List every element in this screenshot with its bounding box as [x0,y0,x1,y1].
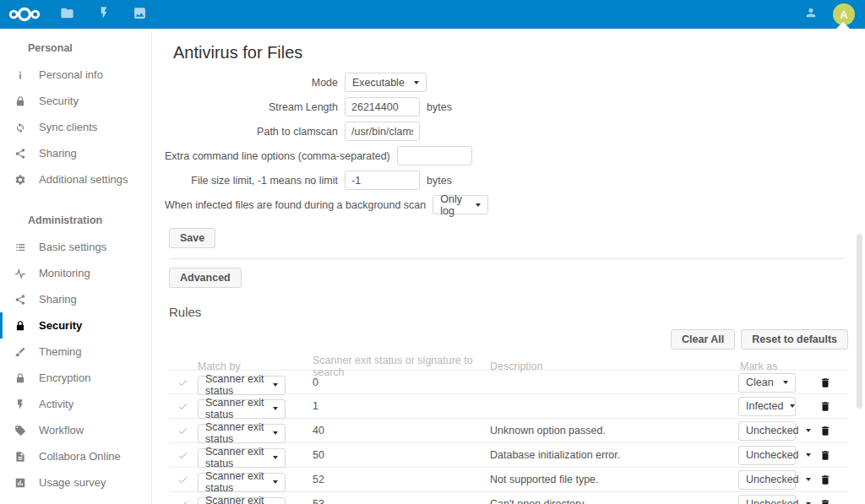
rule-description: Can't open directory. [485,498,732,504]
clamscan-path-label: Path to clamscan [165,126,345,138]
sidebar-item-activity[interactable]: Activity [0,391,151,417]
stream-length-input[interactable] [345,97,420,117]
match-by-select[interactable]: Scanner exit status [198,497,286,504]
sidebar-item-usage-survey[interactable]: Usage survey [0,469,151,496]
lock-icon [14,319,27,333]
sidebar-nav: Personal Personal info Security Sync cli… [0,29,152,504]
mark-as-select[interactable]: Infected [738,397,796,416]
sidebar-item-additional-settings[interactable]: Additional settings [0,166,151,192]
save-button[interactable]: Save [169,228,215,248]
col-mark-as: Mark as [732,360,802,372]
share-icon [14,293,27,306]
sidebar-item-workflow[interactable]: Workflow [0,417,151,443]
scrollbar[interactable] [857,234,862,409]
rule-enabled-check-icon[interactable] [169,450,196,461]
delete-rule-button[interactable] [802,498,848,504]
chevron-down-icon [273,480,278,484]
lock-icon [14,95,27,108]
rule-enabled-check-icon[interactable] [169,499,196,504]
trash-icon [819,400,831,413]
nextcloud-logo-icon[interactable] [0,5,49,24]
rule-status-value: 53 [307,498,485,504]
list-icon [14,241,27,254]
tag-icon [14,424,27,437]
delete-rule-button[interactable] [802,400,848,413]
sidebar-item-security[interactable]: Security [0,312,151,339]
gallery-app-button[interactable] [122,0,158,29]
mark-as-select[interactable]: Clean [738,373,796,393]
sidebar-item-monitoring[interactable]: Monitoring [0,260,151,286]
rule-status-value: 40 [307,425,485,436]
sidebar-item-logging[interactable]: Logging [0,496,151,504]
chevron-down-icon [273,407,278,410]
chevron-down-icon [790,404,795,408]
contacts-menu-button[interactable] [794,0,828,29]
delete-rule-button[interactable] [802,474,848,486]
match-by-select[interactable]: Scanner exit status [198,448,286,468]
lock-icon [14,371,27,385]
files-app-button[interactable] [49,0,85,29]
rule-status-value: 52 [307,474,485,485]
mark-as-select[interactable]: Unchecked [738,495,796,504]
extra-options-label: Extra command line options (comma-separa… [165,150,397,162]
rule-status-value: 50 [307,449,485,461]
sidebar-item-basic-settings[interactable]: Basic settings [0,234,151,260]
mode-select[interactable]: Executable [345,73,427,92]
rule-status-value: 1 [307,400,485,412]
rules-table: Match by Scanner exit status or signatur… [169,355,848,504]
main-content: Antivirus for Files Mode Executable Stre… [152,29,865,504]
trash-icon [819,498,831,504]
chevron-down-icon [273,456,278,459]
settings-menu-caret [836,22,850,29]
table-row: Scanner exit status 0 Clean [169,370,848,394]
mark-as-select[interactable]: Unchecked [738,470,796,490]
stream-length-unit: bytes [427,101,452,113]
chevron-down-icon [273,383,278,387]
rule-status-value: 0 [307,377,485,388]
rule-enabled-check-icon[interactable] [169,425,196,436]
match-by-select[interactable]: Scanner exit status [198,473,286,492]
sidebar-item-personal-info[interactable]: Personal info [0,62,151,88]
delete-rule-button[interactable] [802,377,848,389]
sidebar-item-collabora-online[interactable]: Collabora Online [0,443,151,469]
clamscan-path-input[interactable] [345,122,420,141]
page-title: Antivirus for Files [173,42,848,62]
sidebar-item-sharing[interactable]: Sharing [0,140,151,166]
chevron-down-icon [273,431,278,435]
chevron-down-icon [414,81,419,84]
rule-description: Database initialization error. [485,449,732,461]
share-icon [14,147,27,160]
match-by-select[interactable]: Scanner exit status [198,376,286,395]
advanced-button[interactable]: Advanced [169,268,242,288]
lightning-icon [97,6,111,23]
mark-as-select[interactable]: Unchecked [738,446,796,465]
rule-enabled-check-icon[interactable] [169,474,196,485]
sidebar-item-sharing[interactable]: Sharing [0,286,151,312]
delete-rule-button[interactable] [802,425,848,437]
trash-icon [819,449,831,462]
section-divider [169,258,844,259]
match-by-select[interactable]: Scanner exit status [198,424,286,443]
contacts-icon [804,6,818,23]
mark-as-select[interactable]: Unchecked [738,421,796,441]
reset-defaults-button[interactable]: Reset to defaults [741,329,848,350]
col-description: Description [485,360,732,372]
extra-options-input[interactable] [397,146,472,165]
rule-enabled-check-icon[interactable] [169,401,196,412]
file-size-limit-input[interactable] [345,171,420,190]
activity-app-button[interactable] [85,0,122,29]
folder-icon [60,6,74,24]
rule-enabled-check-icon[interactable] [169,377,196,388]
sidebar-item-sync-clients[interactable]: Sync clients [0,114,151,140]
rule-description: Unknown option passed. [485,425,732,436]
clear-all-button[interactable]: Clear All [671,329,735,350]
col-status: Scanner exit status or signature to sear… [307,355,485,378]
sidebar-item-encryption[interactable]: Encryption [0,365,151,391]
sidebar-item-theming[interactable]: Theming [0,339,151,365]
delete-rule-button[interactable] [802,449,848,462]
topbar: A [0,0,865,29]
sidebar-item-security[interactable]: Security [0,88,151,114]
lightning-icon [14,398,27,411]
match-by-select[interactable]: Scanner exit status [198,399,286,419]
infected-action-select[interactable]: Only log [432,195,488,214]
